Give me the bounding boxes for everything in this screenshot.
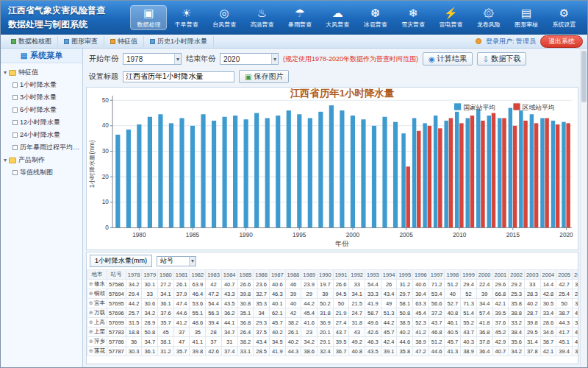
value-cell: 34.2	[126, 280, 142, 289]
checkbox[interactable]	[12, 82, 18, 88]
subbar-tab-2[interactable]: 特征值	[104, 36, 144, 47]
value-cell: 54.4	[365, 280, 381, 289]
toolbar-item-hail-survey[interactable]: ❆冰雹普查	[358, 6, 393, 29]
value-cell: 44.6	[429, 347, 445, 356]
station-cell: 57695	[107, 299, 126, 308]
checkbox[interactable]	[12, 145, 18, 150]
logout-button[interactable]: 退出系统	[540, 35, 583, 48]
subbar-tab-3[interactable]: 历史1小时降水量	[144, 36, 214, 47]
tree-item-label: 1小时降水量	[20, 80, 57, 90]
expand-icon[interactable]: ⊕	[89, 310, 93, 315]
chart-title-input[interactable]	[123, 71, 234, 82]
tree-item-0-1[interactable]: 3小时降水量	[2, 91, 81, 104]
expand-icon[interactable]: ⊕	[89, 300, 93, 305]
value-cell: 49	[381, 299, 397, 308]
value-cell: 26.4	[237, 328, 254, 337]
city-cell: ⊕宜丰	[87, 299, 107, 308]
toolbar-item-lightning-survey[interactable]: ⚡雷电普查	[433, 6, 468, 29]
value-cell: 29	[301, 289, 318, 299]
toolbar-item-snow-survey[interactable]: ❄雪灾普查	[395, 6, 431, 29]
value-cell: 43.4	[381, 289, 397, 299]
rainstorm-survey-icon: ☂	[295, 7, 304, 20]
value-cell: 31.5	[126, 318, 142, 328]
download-button[interactable]: ⇩ 数据下载	[477, 52, 526, 66]
value-cell: 35.1	[237, 308, 254, 318]
bar-national	[509, 108, 512, 228]
toolbar-item-tornado-risk[interactable]: ۞龙卷风险	[471, 6, 506, 29]
column-header: 1983	[206, 270, 222, 280]
expand-icon[interactable]: ⊕	[89, 319, 93, 325]
value-cell: 34.7	[142, 337, 158, 347]
tree-item-0-0[interactable]: 1小时降水量	[2, 79, 81, 91]
table-scroll[interactable]: 地市站号197819791980198119821983198419851986…	[87, 269, 578, 364]
tree-group-1[interactable]: ▾产品制作	[2, 154, 81, 166]
tree-item-0-3[interactable]: 12小时降水量	[2, 116, 81, 129]
tree-item-0-5[interactable]: 历年暴雨过程平均周期	[2, 141, 81, 154]
toolbar: ▣数据处理☀干旱普查◎台风普查♨高温普查☂暴雨普查☁大风普查❆冰雹普查❄雪灾普查…	[126, 1, 587, 34]
value-cell: 57.4	[476, 308, 492, 318]
expand-icon[interactable]: ⊕	[89, 281, 93, 286]
expand-icon[interactable]: ⊕	[89, 329, 93, 334]
scrollbar-thumb[interactable]	[581, 51, 587, 102]
toolbar-item-label: 干旱普查	[175, 21, 198, 29]
toolbar-item-system-settings[interactable]: ⚙系统设置	[547, 6, 582, 29]
tree-group-0[interactable]: ▾特征值	[2, 66, 81, 79]
value-cell: 55.1	[190, 308, 206, 318]
expand-icon[interactable]: ⊕	[89, 339, 93, 344]
value-cell: 31.4	[524, 337, 540, 347]
app-title-line2: 数据处理与制图系统	[8, 18, 126, 32]
city-cell: ⊕修水	[87, 280, 107, 289]
bar-national	[158, 114, 162, 227]
bar-national	[372, 126, 376, 228]
bar-national	[423, 123, 426, 227]
value-cell: 45	[158, 328, 174, 337]
value-cell: 36.8	[476, 328, 492, 337]
expand-icon[interactable]: ⊕	[89, 291, 93, 296]
value-cell: 29.4	[461, 280, 477, 289]
app-header: 江西省气象灾害风险普查 数据处理与制图系统 ▣数据处理☀干旱普查◎台风普查♨高温…	[1, 1, 587, 35]
toolbar-item-drought-survey[interactable]: ☀干旱普查	[169, 6, 204, 29]
value-cell: 19.7	[317, 280, 333, 289]
value-cell: 42.4	[381, 337, 397, 347]
tree-item-0-2[interactable]: 6小时降水量	[2, 104, 81, 116]
value-cell: 26	[381, 280, 397, 289]
value-type-chip[interactable]: 1小时降水量(mm)	[90, 255, 152, 267]
value-cell: 32.4	[317, 347, 333, 356]
toolbar-item-data-processing[interactable]: ▣数据处理	[131, 6, 166, 29]
toolbar-item-typhoon-survey[interactable]: ◎台风普查	[207, 6, 242, 29]
start-year-select[interactable]: 1978 ▾	[123, 53, 182, 65]
subbar-tab-0[interactable]: 数据检核图	[5, 36, 58, 47]
data-processing-icon: ▣	[143, 7, 154, 20]
value-cell: 42.6	[365, 328, 381, 337]
end-year-select[interactable]: 2020 ▾	[220, 53, 279, 65]
menu-icon: ▤	[21, 52, 27, 60]
toolbar-item-label: 高温普查	[251, 21, 274, 29]
expand-icon[interactable]: ⊕	[89, 348, 93, 353]
toolbar-item-wind-survey[interactable]: ☁大风普查	[320, 6, 355, 29]
value-cell: 35.6	[572, 347, 578, 356]
subbar-tab-1[interactable]: 图形审查	[58, 36, 104, 47]
value-cell: 36.1	[158, 299, 174, 308]
sort-select[interactable]: 站号 ▾	[157, 256, 196, 266]
vertical-scrollbar[interactable]	[580, 49, 587, 366]
toolbar-item-graphic-review[interactable]: ▤图形审核	[509, 6, 544, 29]
checkbox[interactable]	[12, 170, 18, 175]
checkbox[interactable]	[12, 120, 18, 125]
toolbar-item-high-temp-survey[interactable]: ♨高温普查	[245, 6, 280, 29]
calculate-button[interactable]: ◉ 计算结果	[423, 52, 473, 66]
bar-national	[126, 130, 131, 227]
checkbox[interactable]	[12, 132, 18, 138]
checkbox[interactable]	[12, 95, 18, 100]
save-image-button[interactable]: ▣ 保存图片	[239, 70, 289, 83]
toolbar-item-rainstorm-survey[interactable]: ☂暴雨普查	[282, 6, 318, 29]
tree-item-1-0[interactable]: 等值线制图	[2, 166, 81, 179]
tree-item-0-4[interactable]: 24小时降水量	[2, 129, 81, 141]
value-cell: 40.5	[445, 328, 461, 337]
value-cell: 45.7	[381, 328, 397, 337]
value-cell: 45.7	[269, 318, 285, 328]
value-cell: 53.4	[429, 289, 445, 299]
value-cell: 43.7	[333, 328, 349, 337]
checkbox[interactable]	[12, 107, 18, 113]
city-cell: ⊕铜鼓	[87, 289, 107, 299]
bar-national	[562, 122, 565, 228]
